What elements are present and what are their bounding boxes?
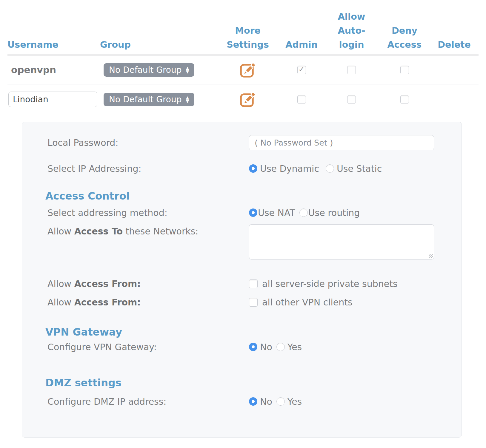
edit-settings-button[interactable] (239, 91, 256, 108)
edit-pencil-icon (239, 61, 256, 78)
edit-settings-button[interactable] (239, 61, 256, 78)
group-select-value: No Default Group (109, 95, 182, 104)
access-from-clients-checkbox[interactable] (249, 298, 258, 307)
use-dynamic-radio[interactable] (249, 164, 257, 173)
select-arrows-icon: ▲▼ (186, 66, 189, 73)
access-from-clients-check-group: all other VPN clients (249, 297, 353, 308)
deny-access-cell (379, 95, 430, 104)
vpn-gateway-yes-radio[interactable] (276, 343, 285, 351)
edit-pencil-icon (239, 91, 256, 108)
dmz-yes-label: Yes (287, 396, 302, 407)
use-routing-label: Use routing (308, 208, 360, 218)
allow-autologin-cell (324, 95, 379, 104)
access-to-networks-textarea[interactable] (249, 224, 434, 259)
username-input[interactable] (8, 92, 97, 107)
access-control-heading: Access Control (45, 190, 462, 202)
ip-addressing-label: Select IP Addressing: (47, 163, 249, 174)
configure-vpn-gateway-label: Configure VPN Gateway: (47, 342, 249, 352)
group-select-value: No Default Group (109, 65, 182, 75)
allow-autologin-checkbox[interactable] (347, 66, 356, 74)
column-header-admin: Admin (279, 38, 324, 54)
access-from-clients-row: Allow Access From: all other VPN clients (47, 297, 462, 307)
user-settings-panel: Local Password: Select IP Addressing: Us… (22, 122, 462, 438)
vpn-gateway-no-label: No (260, 342, 272, 352)
username-text: openvpn (7, 64, 56, 75)
vpn-gateway-radio-group: No Yes (249, 342, 302, 352)
vpn-gateway-no-radio[interactable] (249, 343, 257, 351)
access-from-subnets-row: Allow Access From: all server-side priva… (47, 279, 462, 289)
configure-dmz-row: Configure DMZ IP address: No Yes (47, 396, 462, 407)
username-cell: openvpn (7, 64, 100, 75)
vpn-gateway-yes-label: Yes (287, 342, 302, 352)
admin-checkbox[interactable] (297, 66, 306, 74)
deny-access-checkbox[interactable] (400, 95, 409, 104)
admin-cell (279, 66, 324, 74)
users-table-header: Username Group More Settings Admin Allow… (7, 6, 479, 54)
access-to-networks-row: Allow Access To these Networks: (47, 224, 462, 259)
local-password-input[interactable] (249, 135, 434, 150)
column-header-allow-autologin: Allow Auto- login (324, 10, 379, 54)
access-from-label: Allow Access From: (47, 279, 249, 289)
local-password-label: Local Password: (47, 138, 249, 148)
addressing-method-radio-group: Use NAT Use routing (249, 208, 360, 218)
column-header-more-settings: More Settings (216, 24, 279, 54)
addressing-method-row: Select addressing method: Use NAT Use ro… (47, 208, 462, 218)
use-routing-radio[interactable] (299, 208, 308, 217)
configure-vpn-gateway-row: Configure VPN Gateway: No Yes (47, 342, 462, 352)
column-header-delete: Delete (430, 38, 479, 54)
dmz-settings-heading: DMZ settings (45, 377, 462, 388)
access-from-subnets-checkbox[interactable] (249, 279, 258, 288)
table-row: openvpn No Default Group ▲▼ (7, 56, 479, 84)
dmz-radio-group: No Yes (249, 396, 302, 407)
more-settings-cell (216, 61, 279, 78)
users-table: Username Group More Settings Admin Allow… (7, 6, 479, 114)
use-nat-radio[interactable] (249, 208, 257, 217)
access-to-networks-label: Allow Access To these Networks: (47, 224, 249, 237)
deny-access-checkbox[interactable] (400, 66, 409, 74)
access-from-subnets-check-group: all server-side private subnets (249, 279, 398, 289)
ip-addressing-row: Select IP Addressing: Use Dynamic Use St… (47, 163, 462, 174)
admin-checkbox[interactable] (297, 95, 306, 104)
group-cell: No Default Group ▲▼ (100, 93, 216, 106)
configure-dmz-label: Configure DMZ IP address: (47, 396, 249, 407)
use-static-label: Use Static (337, 163, 382, 174)
admin-cell (279, 95, 324, 104)
dmz-no-radio[interactable] (249, 397, 257, 406)
username-cell (7, 92, 100, 107)
column-header-group: Group (100, 38, 216, 54)
column-header-username: Username (7, 38, 100, 54)
use-static-radio[interactable] (326, 164, 334, 173)
dmz-no-label: No (260, 396, 272, 407)
allow-autologin-checkbox[interactable] (347, 95, 356, 104)
table-row: No Default Group ▲▼ (7, 84, 479, 114)
use-dynamic-label: Use Dynamic (260, 163, 319, 174)
vpn-gateway-heading: VPN Gateway (45, 326, 462, 338)
access-from-clients-label: all other VPN clients (262, 297, 353, 308)
addressing-method-label: Select addressing method: (47, 208, 249, 218)
deny-access-cell (379, 66, 430, 74)
access-to-networks-textarea-wrap (249, 224, 434, 259)
local-password-row: Local Password: (47, 135, 462, 150)
access-from-label: Allow Access From: (47, 297, 249, 308)
dmz-yes-radio[interactable] (276, 397, 285, 406)
select-arrows-icon: ▲▼ (186, 96, 189, 103)
ip-addressing-radio-group: Use Dynamic Use Static (249, 163, 382, 174)
more-settings-cell (216, 91, 279, 108)
column-header-deny-access: Deny Access (379, 24, 430, 54)
use-nat-label: Use NAT (258, 208, 295, 218)
allow-autologin-cell (324, 66, 379, 74)
group-cell: No Default Group ▲▼ (100, 63, 216, 77)
access-from-subnets-label: all server-side private subnets (262, 279, 398, 289)
group-select[interactable]: No Default Group ▲▼ (104, 93, 194, 106)
group-select[interactable]: No Default Group ▲▼ (104, 63, 194, 77)
